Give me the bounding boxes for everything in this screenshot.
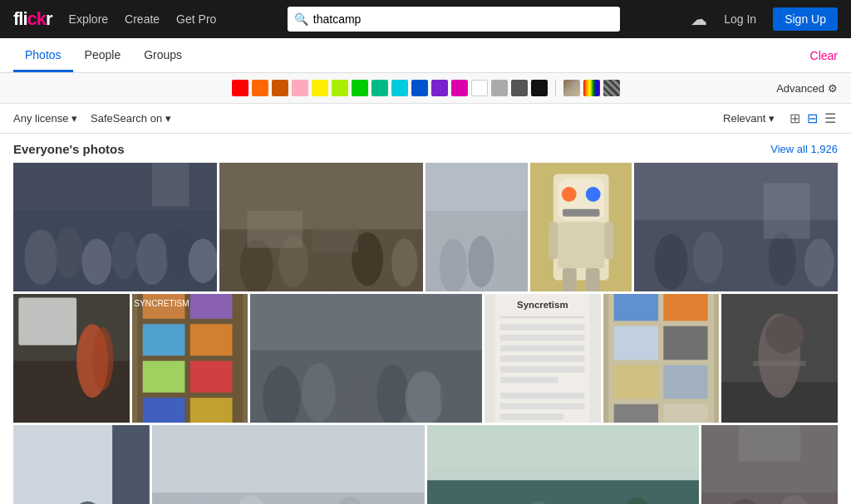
- photo-row-3: [13, 425, 838, 504]
- svg-rect-83: [663, 294, 707, 321]
- svg-rect-71: [500, 324, 585, 330]
- svg-rect-120: [739, 425, 800, 462]
- view-all-link[interactable]: View all 1,926: [770, 143, 838, 155]
- options-bar: Any license ▾ SafeSearch on ▾ Relevant ▾…: [0, 104, 851, 134]
- svg-rect-87: [663, 365, 707, 399]
- svg-rect-42: [764, 183, 810, 239]
- photo-item[interactable]: [634, 163, 838, 291]
- svg-rect-70: [500, 316, 585, 317]
- svg-point-38: [693, 232, 723, 283]
- tab-photos[interactable]: Photos: [13, 40, 73, 72]
- nav-explore[interactable]: Explore: [69, 12, 108, 26]
- color-swatch-natural[interactable]: [563, 80, 580, 96]
- svg-point-3: [81, 238, 111, 285]
- svg-rect-79: [500, 413, 563, 420]
- svg-rect-53: [189, 324, 232, 355]
- color-swatch-darkgray[interactable]: [511, 80, 528, 96]
- sort-dropdown[interactable]: Relevant ▾: [723, 112, 775, 125]
- tab-people[interactable]: People: [73, 40, 133, 72]
- view-grid-large-button[interactable]: ⊞: [788, 109, 802, 128]
- svg-rect-17: [247, 211, 303, 248]
- color-swatch-magenta[interactable]: [451, 80, 468, 96]
- color-swatch-red[interactable]: [232, 80, 248, 96]
- photo-item[interactable]: [13, 294, 130, 423]
- svg-point-2: [55, 227, 82, 278]
- color-swatch-black[interactable]: [531, 80, 548, 96]
- svg-rect-54: [142, 361, 184, 393]
- view-list-button[interactable]: ☰: [823, 109, 838, 128]
- svg-rect-75: [500, 366, 585, 373]
- color-swatch-white[interactable]: [471, 80, 488, 96]
- signup-button[interactable]: Sign Up: [773, 7, 838, 31]
- svg-rect-30: [558, 222, 604, 268]
- clear-button[interactable]: Clear: [810, 49, 838, 62]
- color-swatch-lime[interactable]: [332, 80, 348, 96]
- upload-button[interactable]: ☁: [691, 9, 707, 29]
- svg-point-28: [585, 187, 600, 202]
- photo-item[interactable]: [427, 425, 700, 504]
- color-swatch-purple[interactable]: [431, 80, 448, 96]
- photo-item[interactable]: [426, 163, 528, 291]
- color-swatch-pink[interactable]: [292, 80, 308, 96]
- color-swatch-pattern[interactable]: [603, 80, 620, 96]
- svg-rect-76: [500, 377, 558, 384]
- safesearch-dropdown[interactable]: SafeSearch on ▾: [91, 112, 171, 125]
- photo-row-1: [13, 163, 838, 291]
- search-icon: 🔍: [294, 12, 308, 26]
- svg-rect-86: [614, 365, 658, 399]
- tab-groups[interactable]: Groups: [132, 40, 194, 72]
- svg-rect-101: [152, 425, 425, 504]
- filter-divider: [555, 80, 556, 96]
- svg-rect-29: [562, 209, 599, 217]
- svg-rect-60: [250, 294, 482, 350]
- svg-point-62: [302, 363, 336, 422]
- svg-rect-31: [548, 222, 558, 259]
- svg-rect-110: [427, 425, 700, 480]
- advanced-label: Advanced: [776, 82, 824, 95]
- svg-point-39: [730, 240, 761, 290]
- svg-rect-97: [112, 425, 150, 504]
- svg-rect-57: [189, 398, 232, 423]
- color-swatch-cyan[interactable]: [391, 80, 408, 96]
- color-swatch-teal[interactable]: [371, 80, 388, 96]
- svg-text:Syncretism: Syncretism: [517, 300, 568, 310]
- svg-text:SYNCRETISM: SYNCRETISM: [134, 299, 189, 308]
- photo-item[interactable]: SYNCRETISM: [132, 294, 248, 423]
- photo-item[interactable]: [13, 163, 217, 291]
- search-box: 🔍: [288, 7, 620, 32]
- color-swatch-green[interactable]: [352, 80, 368, 96]
- svg-point-37: [655, 234, 688, 290]
- svg-point-5: [136, 233, 168, 285]
- color-swatch-blue[interactable]: [411, 80, 428, 96]
- color-swatch-darkorange[interactable]: [272, 80, 288, 96]
- search-input[interactable]: [313, 12, 613, 26]
- login-button[interactable]: Log In: [724, 12, 756, 26]
- color-swatch-orange[interactable]: [252, 80, 268, 96]
- svg-rect-9: [152, 163, 189, 206]
- photo-item[interactable]: [721, 294, 838, 423]
- photo-item[interactable]: [603, 294, 720, 423]
- color-swatch-yellow[interactable]: [312, 80, 328, 96]
- svg-point-4: [111, 232, 137, 280]
- svg-rect-88: [614, 404, 658, 423]
- view-grid-medium-button[interactable]: ⊟: [805, 109, 819, 128]
- nav-create[interactable]: Create: [125, 12, 160, 26]
- svg-rect-51: [189, 294, 232, 319]
- nav-get-pro[interactable]: Get Pro: [176, 12, 216, 26]
- svg-rect-20: [426, 163, 528, 211]
- license-dropdown[interactable]: Any license ▾: [13, 112, 77, 125]
- photo-item[interactable]: [152, 425, 425, 504]
- color-swatch-lightgray[interactable]: [491, 80, 508, 96]
- photo-item[interactable]: [219, 163, 423, 291]
- svg-point-27: [561, 187, 576, 202]
- photo-item[interactable]: [701, 425, 838, 504]
- advanced-button[interactable]: Advanced ⚙: [776, 82, 838, 95]
- svg-point-94: [766, 316, 804, 354]
- photo-item[interactable]: [250, 294, 482, 423]
- color-swatch-rainbow[interactable]: [583, 80, 600, 96]
- photo-item[interactable]: [530, 163, 632, 291]
- photo-item[interactable]: Syncretism: [485, 294, 601, 423]
- subnav: Photos People Groups Clear: [0, 38, 851, 73]
- photo-item[interactable]: [13, 425, 150, 504]
- svg-point-47: [92, 327, 113, 390]
